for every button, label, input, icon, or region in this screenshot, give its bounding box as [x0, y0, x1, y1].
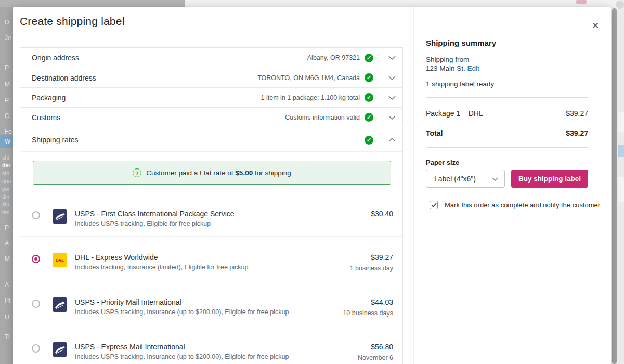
bg-menu-item: Pl	[5, 297, 10, 304]
check-circle-icon: ✓	[365, 73, 373, 82]
radio-button[interactable]	[32, 255, 40, 263]
checkbox-checked[interactable]	[430, 201, 438, 209]
bg-menu-item: ten	[2, 209, 10, 215]
paper-size-value: Label (4"x6")	[434, 175, 476, 183]
shipping-steps-accordion: Origin address Albany, OR 97321 ✓ Destin…	[20, 47, 403, 127]
rate-subtitle: Includes USPS tracking, Insurance (up to…	[75, 308, 343, 316]
total-price: $39.27	[566, 129, 588, 137]
accordion-section-customs[interactable]: Customs Customs information valid ✓	[20, 107, 402, 127]
bg-menu-item: Je	[5, 34, 11, 42]
bg-menu-item: P	[5, 97, 9, 104]
rate-price-block: $44.03 10 business days	[343, 298, 393, 317]
chevron-cell	[381, 88, 402, 107]
label-ready-status: 1 shipping label ready	[426, 80, 494, 88]
radio-button[interactable]	[32, 300, 40, 308]
buy-shipping-label-button[interactable]: Buy shipping label	[511, 170, 588, 188]
chevron-cell	[381, 128, 402, 151]
rate-subtitle: Includes USPS tracking, Eligible for fre…	[75, 220, 371, 227]
bg-menu-item: shi	[2, 154, 9, 161]
section-status: TORONTO, ON M6G 1M4, Canada	[257, 74, 360, 82]
background-page-strip	[185, 0, 624, 7]
radio-button[interactable]	[32, 344, 40, 353]
rate-text: USPS - Priority Mail International Inclu…	[75, 298, 343, 316]
section-status: Albany, OR 97321	[307, 54, 360, 61]
chevron-down-icon	[492, 177, 498, 181]
check-circle-icon: ✓	[365, 136, 373, 145]
rate-title: DHL - Express Worldwide	[75, 253, 350, 262]
bg-menu-item: der	[2, 162, 10, 168]
bg-menu-item: M	[5, 255, 10, 263]
bg-menu-item: W	[5, 138, 10, 145]
edit-address-link[interactable]: Edit	[467, 64, 479, 72]
dhl-logo: DHL	[53, 253, 67, 267]
usps-logo	[53, 342, 67, 357]
mark-complete-label: Mark this order as complete and notify t…	[445, 201, 600, 209]
rate-text: USPS - First Class International Package…	[75, 210, 371, 227]
chevron-down-icon	[388, 56, 396, 60]
bg-menu-item: C	[5, 112, 9, 120]
rate-option-usps-priority[interactable]: USPS - Priority Mail International Inclu…	[20, 281, 404, 326]
rate-price: $56.80	[358, 343, 393, 351]
bg-menu-item: sto	[2, 170, 9, 176]
rate-eta: November 6	[358, 354, 393, 361]
chevron-down-icon	[388, 96, 396, 100]
rate-option-usps-first-class[interactable]: USPS - First Class International Package…	[20, 201, 404, 236]
banner-text: Customer paid a Flat rate of $5.00 for s…	[146, 169, 291, 177]
bg-menu-item: Fe	[5, 128, 12, 135]
chevron-cell	[381, 108, 402, 127]
rate-title: USPS - Priority Mail International	[75, 298, 343, 306]
bg-menu-item: Ti	[5, 333, 10, 341]
rate-options-list: USPS - First Class International Package…	[20, 201, 404, 364]
shipping-rates-section: Shipping rates ✓ i Customer paid a Flat …	[20, 128, 403, 364]
create-shipping-label-modal: Create shipping label ✕ Origin address A…	[13, 7, 611, 364]
divider	[426, 147, 588, 148]
mark-complete-row[interactable]: Mark this order as complete and notify t…	[430, 201, 600, 209]
scrollbar[interactable]	[612, 8, 617, 364]
rate-option-dhl-express[interactable]: DHL DHL - Express Worldwide Includes tra…	[20, 236, 404, 281]
bg-menu-item: P	[5, 64, 9, 71]
flat-rate-info-banner: i Customer paid a Flat rate of $5.00 for…	[33, 161, 391, 185]
paper-size-label: Paper size	[426, 159, 459, 166]
section-label: Origin address	[32, 54, 307, 62]
rate-price: $30.40	[371, 210, 393, 218]
rate-price: $44.03	[343, 298, 393, 306]
total-line-item: Total $39.27	[426, 129, 588, 137]
check-circle-icon: ✓	[365, 113, 373, 122]
rate-eta: 1 business day	[350, 265, 393, 272]
accordion-section-origin-address[interactable]: Origin address Albany, OR 97321 ✓	[20, 48, 402, 68]
section-label: Shipping rates	[32, 136, 365, 144]
bg-menu-item: por	[2, 186, 10, 192]
package-price: $39.27	[566, 109, 588, 118]
rate-subtitle: Includes USPS tracking, Insurance (up to…	[75, 353, 358, 360]
rate-price-block: $56.80 November 6	[358, 343, 393, 361]
chevron-down-icon	[388, 76, 396, 80]
shipping-summary-panel: Shipping summary Shipping from 123 Main …	[413, 7, 611, 364]
total-label: Total	[426, 129, 443, 137]
background-content-row	[618, 177, 624, 202]
package-line-item: Package 1 – DHL $39.27	[426, 109, 588, 118]
background-page-block	[0, 0, 185, 7]
accordion-section-destination-address[interactable]: Destination address TORONTO, ON M6G 1M4,…	[20, 68, 402, 87]
chevron-cell	[381, 68, 402, 87]
rate-title: USPS - Express Mail International	[75, 343, 358, 351]
paper-size-select[interactable]: Label (4"x6")	[426, 170, 505, 188]
summary-title: Shipping summary	[426, 38, 496, 47]
rate-price-block: $30.40	[371, 210, 393, 218]
rate-title: USPS - First Class International Package…	[75, 210, 371, 218]
rate-option-usps-express[interactable]: USPS - Express Mail International Includ…	[20, 326, 404, 364]
section-label: Customs	[32, 113, 285, 122]
bg-menu-item: D	[5, 19, 9, 26]
rate-text: DHL - Express Worldwide Includes trackin…	[75, 253, 350, 271]
radio-button[interactable]	[32, 211, 40, 219]
bg-menu-item: A	[5, 281, 9, 289]
chevron-down-icon	[388, 115, 396, 120]
shipping-from-address: 123 Main St.	[426, 64, 465, 72]
rate-price-block: $39.27 1 business day	[350, 253, 393, 272]
background-content-row	[618, 112, 624, 132]
rate-eta: 10 business days	[343, 309, 393, 317]
rate-price: $39.27	[350, 253, 393, 262]
rate-text: USPS - Express Mail International Includ…	[75, 343, 358, 360]
accordion-section-shipping-rates[interactable]: Shipping rates ✓	[20, 128, 402, 152]
accordion-section-packaging[interactable]: Packaging 1 item in 1 package: 1.100 kg …	[20, 87, 402, 107]
shipping-from-label: Shipping from	[426, 56, 469, 63]
